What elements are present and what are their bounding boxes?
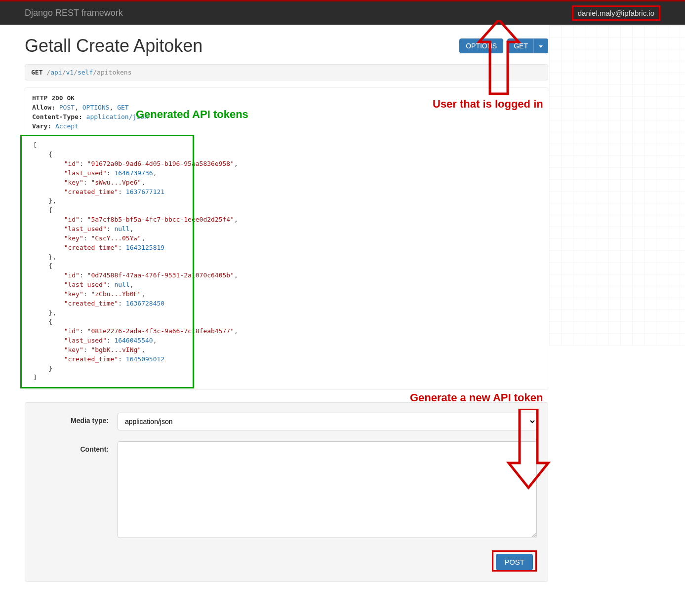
content-textarea[interactable] (118, 441, 537, 538)
top-navbar: Django REST framework daniel.maly@ipfabr… (0, 0, 685, 25)
logged-in-user[interactable]: daniel.maly@ipfabric.io (572, 5, 660, 21)
annotation-user-logged-in: User that is logged in (433, 98, 543, 111)
brand-title[interactable]: Django REST framework (25, 8, 123, 18)
media-type-label: Media type: (36, 413, 118, 424)
annotation-generated-tokens: Generated API tokens (136, 108, 248, 121)
page-title: Getall Create Apitoken (25, 36, 459, 56)
annotation-box-tokens (20, 135, 194, 388)
post-form-panel: Media type: application/json Content: PO… (25, 402, 548, 582)
arrow-down-icon (504, 409, 553, 493)
title-row: Getall Create Apitoken OPTIONS GET (25, 36, 548, 56)
annotation-generate-new: Generate a new API token (410, 391, 543, 404)
response-header: Vary: Accept (32, 122, 541, 131)
request-bar: GET /api/v1/self/apitokens (25, 64, 548, 80)
get-dropdown-toggle[interactable] (533, 38, 548, 53)
request-path: /api/v1/self/apitokens (46, 69, 131, 76)
status-line: HTTP 200 OK (32, 94, 75, 102)
arrow-up-icon (474, 20, 524, 99)
chevron-down-icon (539, 45, 543, 48)
response-header: Content-Type: application/json (32, 113, 541, 122)
request-method: GET (31, 69, 42, 76)
annotation-box-post: POST (492, 550, 537, 572)
media-type-select[interactable]: application/json (118, 413, 537, 430)
content-label: Content: (36, 441, 118, 453)
response-block: HTTP 200 OK Allow: POST, OPTIONS, GETCon… (25, 87, 548, 390)
post-button[interactable]: POST (496, 554, 533, 570)
